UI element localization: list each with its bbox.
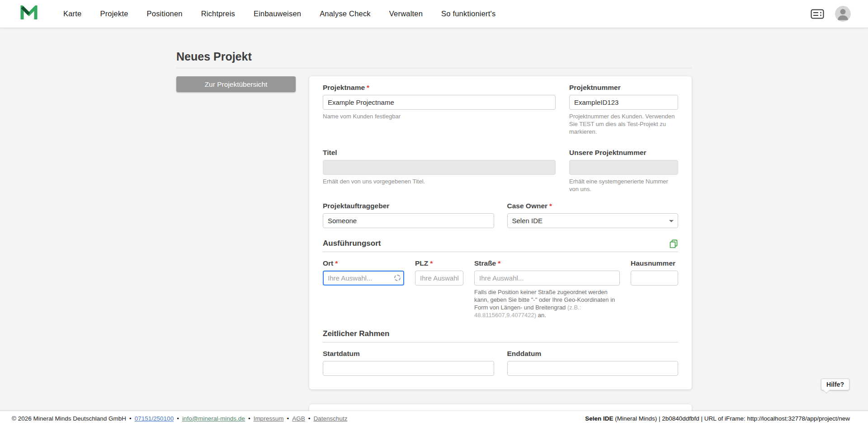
startdatum-input[interactable] <box>323 361 494 376</box>
section-title-zeitlicher-rahmen: Zeitlicher Rahmen <box>323 329 389 338</box>
footer-left: © 2026 Mineral Minds Deutschland GmbH • … <box>12 415 347 422</box>
unsere-projektnummer-label: Unsere Projektnummer <box>569 149 678 157</box>
top-navbar: Karte Projekte Positionen Richtpreis Ein… <box>0 0 868 28</box>
case-owner-label: Case Owner* <box>507 202 679 210</box>
field-plz: PLZ* <box>415 259 463 319</box>
plz-label: PLZ* <box>415 259 463 267</box>
ort-input[interactable] <box>323 271 404 286</box>
strasse-label: Straße* <box>474 259 620 267</box>
projektname-helper: Name vom Kunden festlegbar <box>323 113 556 121</box>
required-asterisk: * <box>549 202 552 210</box>
footer-copyright: © 2026 Mineral Minds Deutschland GmbH <box>12 415 126 422</box>
footer-session-details: (Mineral Minds) | 2b0840ddfbfd | URL of … <box>613 415 850 422</box>
field-startdatum: Startdatum <box>323 350 494 376</box>
projektnummer-helper: Projektnummer des Kunden. Verwenden Sie … <box>569 113 678 136</box>
projektname-input[interactable] <box>323 95 556 110</box>
footer: © 2026 Mineral Minds Deutschland GmbH • … <box>0 411 868 426</box>
footer-user-name: Selen IDE <box>585 415 613 422</box>
titel-label: Titel <box>323 149 556 157</box>
projektauftraggeber-input[interactable] <box>323 213 494 228</box>
section-zeitlicher-rahmen: Zeitlicher Rahmen <box>323 329 678 338</box>
help-button[interactable]: Hilfe? <box>821 379 849 390</box>
titel-helper: Erhält den von uns vorgegebenen Titel. <box>323 178 556 186</box>
footer-session-info: Selen IDE (Mineral Minds) | 2b0840ddfbfd… <box>585 415 850 422</box>
page-header: Neues Projekt <box>176 50 692 68</box>
required-asterisk: * <box>335 259 338 267</box>
field-unsere-projektnummer: Unsere Projektnummer Erhält eine systemg… <box>569 149 678 193</box>
field-hausnummer: Hausnummer <box>631 259 678 319</box>
nav-item-analyse-check[interactable]: Analyse Check <box>320 9 371 18</box>
nav-item-einbauweisen[interactable]: Einbauweisen <box>254 9 301 18</box>
projektauftraggeber-label: Projektauftraggeber <box>323 202 494 210</box>
navbar-right <box>811 6 851 22</box>
help-button-label: Hilfe? <box>826 381 844 388</box>
hausnummer-input[interactable] <box>631 271 678 286</box>
left-column: Zur Projektübersicht <box>176 76 296 92</box>
required-asterisk: * <box>367 84 369 91</box>
strasse-helper: Falls die Position keiner Straße zugeord… <box>474 289 620 319</box>
spinner-icon <box>394 275 401 281</box>
footer-separator: • <box>248 415 250 422</box>
nav-item-projekte[interactable]: Projekte <box>100 9 128 18</box>
footer-separator: • <box>287 415 289 422</box>
enddatum-input[interactable] <box>507 361 679 376</box>
mineral-minds-logo-icon <box>20 5 38 23</box>
nav-item-verwalten[interactable]: Verwalten <box>389 9 423 18</box>
copy-icon[interactable] <box>669 239 678 248</box>
footer-email-link[interactable]: info@mineral-minds.de <box>182 415 245 422</box>
footer-phone-link[interactable]: 07151/250100 <box>135 415 174 422</box>
user-avatar[interactable] <box>835 6 851 22</box>
unsere-projektnummer-helper: Erhält eine systemgenerierte Nummer von … <box>569 178 678 193</box>
field-projektnummer: Projektnummer Projektnummer des Kunden. … <box>569 84 678 136</box>
main-nav: Karte Projekte Positionen Richtpreis Ein… <box>63 9 495 18</box>
nav-item-so-funktionierts[interactable]: So funktioniert's <box>441 9 495 18</box>
footer-separator: • <box>129 415 132 422</box>
titel-input <box>323 160 556 175</box>
nav-item-positionen[interactable]: Positionen <box>147 9 183 18</box>
footer-datenschutz-link[interactable]: Datenschutz <box>313 415 347 422</box>
footer-separator: • <box>177 415 179 422</box>
nav-item-richtpreis[interactable]: Richtpreis <box>201 9 235 18</box>
projektname-label: Projektname* <box>323 84 556 92</box>
startdatum-label: Startdatum <box>323 350 494 358</box>
footer-impressum-link[interactable]: Impressum <box>254 415 284 422</box>
field-projektauftraggeber: Projektauftraggeber <box>323 202 494 228</box>
page-title: Neues Projekt <box>176 50 692 63</box>
field-enddatum: Enddatum <box>507 350 679 376</box>
logo[interactable] <box>20 5 38 23</box>
project-overview-button[interactable]: Zur Projektübersicht <box>176 76 296 92</box>
section-ausfuehrungsort: Ausführungsort <box>323 239 678 248</box>
field-strasse: Straße* Falls die Position keiner Straße… <box>474 259 620 319</box>
bubble-tail-icon <box>823 387 830 393</box>
nav-item-karte[interactable]: Karte <box>63 9 81 18</box>
footer-agb-link[interactable]: AGB <box>292 415 305 422</box>
server-icon[interactable] <box>811 9 824 19</box>
required-asterisk: * <box>430 259 433 267</box>
field-projektname: Projektname* Name vom Kunden festlegbar <box>323 84 556 136</box>
case-owner-select[interactable]: Selen IDE <box>507 213 679 228</box>
section-divider <box>323 252 678 252</box>
strasse-input[interactable] <box>474 271 620 286</box>
required-asterisk: * <box>498 259 500 267</box>
footer-separator: • <box>308 415 311 422</box>
project-form-card: Projektname* Name vom Kunden festlegbar … <box>309 76 692 389</box>
field-titel: Titel Erhält den von uns vorgegebenen Ti… <box>323 149 556 193</box>
hausnummer-label: Hausnummer <box>631 259 678 267</box>
enddatum-label: Enddatum <box>507 350 679 358</box>
plz-input[interactable] <box>415 271 463 286</box>
section-divider <box>323 342 678 342</box>
field-ort: Ort* <box>323 259 404 319</box>
field-case-owner: Case Owner* Selen IDE <box>507 202 679 228</box>
projektnummer-label: Projektnummer <box>569 84 678 92</box>
chevron-down-icon <box>669 220 674 222</box>
projektnummer-input[interactable] <box>569 95 678 110</box>
unsere-projektnummer-input <box>569 160 678 175</box>
case-owner-value: Selen IDE <box>512 217 543 225</box>
ort-label: Ort* <box>323 259 404 267</box>
section-title-ausfuehrungsort: Ausführungsort <box>323 239 381 248</box>
app-root: Karte Projekte Positionen Richtpreis Ein… <box>0 0 868 389</box>
main-content: Neues Projekt Zur Projektübersicht Proje… <box>176 28 692 389</box>
